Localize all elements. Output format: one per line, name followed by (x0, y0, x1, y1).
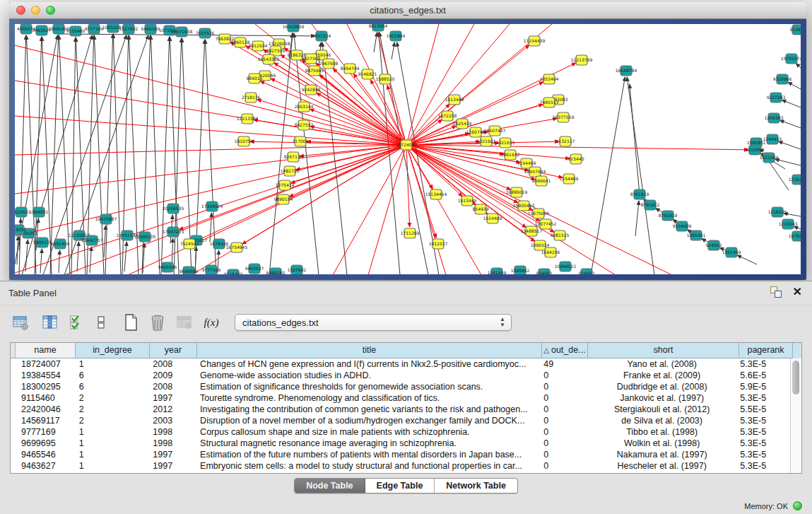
graph-node[interactable]: 8791912 (641, 200, 660, 210)
network-table-select[interactable]: citations_edges.txt ▲▼ (235, 314, 512, 331)
graph-edge[interactable] (775, 159, 801, 165)
graph-node[interactable]: 15488517 (521, 226, 543, 236)
graph-edge[interactable] (104, 226, 106, 257)
table-cell[interactable]: 9115460 (16, 392, 76, 404)
table-cell[interactable]: 22420046 (16, 404, 76, 415)
graph-svg[interactable]: 4405574946362720691406911546097771691065… (15, 24, 801, 274)
table-cell[interactable]: 0 (541, 426, 587, 438)
column-header-title[interactable]: title (197, 343, 542, 358)
graph-node[interactable]: 9081515 (551, 230, 570, 240)
graph-edge[interactable] (291, 145, 406, 183)
table-cell[interactable]: 1998 (150, 438, 197, 449)
table-cell[interactable]: Estimation of the future numbers of pati… (197, 449, 541, 460)
graph-node[interactable]: 1513449 (445, 95, 464, 105)
network-canvas[interactable]: 4405574946362720691406911546097771691065… (15, 24, 801, 274)
table-cell[interactable]: Investigating the contribution of common… (197, 404, 541, 415)
table-cell[interactable]: Dudbridge et al. (2008) (587, 381, 737, 392)
table-cell[interactable]: 18724007 (16, 358, 76, 370)
graph-node[interactable]: 1525439 (453, 119, 472, 129)
graph-node[interactable]: 8099641 (532, 176, 551, 186)
graph-node[interactable]: 989015 (247, 74, 263, 83)
graph-node[interactable]: 8813054 (369, 24, 388, 31)
delete-column-button[interactable] (147, 312, 168, 333)
table-cell[interactable]: Stergiakouli et al. (2012) (587, 404, 737, 415)
table-cell[interactable]: 14569117 (16, 415, 76, 426)
zoom-window-button[interactable] (46, 6, 55, 15)
graph-node[interactable]: 1588520 (376, 74, 395, 84)
table-cell[interactable]: 5.3E-5 (737, 426, 791, 438)
graph-node[interactable]: 15751074 (781, 54, 801, 64)
graph-node[interactable]: 15805493 (513, 201, 535, 211)
table-row[interactable]: 1938455462009Genome-wide association stu… (11, 370, 791, 381)
column-header-short[interactable]: short (588, 343, 739, 358)
graph-node[interactable]: 1921854 (387, 31, 406, 41)
table-row[interactable]: 1456911722003Disruption of a novel membe… (11, 415, 791, 426)
table-cell[interactable]: 0 (541, 415, 587, 426)
table-cell[interactable]: Disruption of a novel member of a sodium… (197, 415, 541, 426)
graph-node[interactable]: 1210643 (779, 219, 798, 229)
graph-node[interactable]: 7857224 (312, 31, 331, 41)
column-header-in-degree[interactable]: in_degree (76, 343, 150, 358)
graph-node[interactable]: 7485513 (540, 98, 559, 107)
graph-edge[interactable] (627, 77, 654, 274)
close-window-button[interactable] (16, 6, 25, 15)
table-cell[interactable]: 1 (76, 426, 151, 438)
graph-node[interactable]: 1694256 (541, 247, 560, 257)
graph-node[interactable]: 1527602 (119, 24, 139, 34)
graph-edge[interactable] (161, 37, 170, 274)
graph-node[interactable]: 1513445 (458, 196, 477, 206)
table-cell[interactable]: 5.3E-5 (737, 358, 791, 370)
table-cell[interactable]: Structural magnetic resonance image aver… (197, 438, 541, 449)
table-cell[interactable]: 5.9E-5 (737, 381, 791, 392)
graph-edge[interactable] (124, 242, 126, 271)
table-cell[interactable]: Wolkin et al. (1998) (587, 438, 737, 449)
graph-node[interactable]: 915922 (790, 25, 801, 35)
table-cell[interactable]: 1997 (150, 460, 197, 472)
graph-node[interactable]: 1216035 (768, 207, 787, 217)
graph-node[interactable]: 8427552 (295, 120, 314, 130)
graph-edge[interactable] (77, 242, 78, 271)
graph-node[interactable]: 9115460 (224, 269, 243, 274)
graph-node[interactable]: 11675095 (528, 209, 550, 218)
graph-node[interactable]: 9051459 (51, 239, 70, 249)
graph-node[interactable]: 15134454 (425, 189, 447, 199)
column-header-name[interactable]: name (16, 343, 76, 358)
table-cell[interactable]: 5.3E-5 (737, 392, 791, 404)
float-panel-icon[interactable] (770, 286, 782, 298)
graph-edge[interactable] (257, 100, 406, 145)
graph-node[interactable]: 1812017 (429, 239, 448, 249)
graph-node[interactable]: 8454749 (341, 64, 360, 74)
graph-node[interactable]: 317006 (293, 136, 309, 146)
table-cell[interactable]: 5.5E-5 (737, 404, 791, 415)
graph-edge[interactable] (635, 201, 639, 236)
graph-node[interactable]: 9146821 (358, 69, 377, 79)
graph-edge[interactable] (319, 75, 406, 145)
graph-edge[interactable] (630, 84, 640, 194)
table-cell[interactable]: 2008 (150, 358, 197, 370)
table-cell[interactable]: Tibbo et al. (1998) (587, 426, 737, 438)
graph-node[interactable]: 18957984 (524, 167, 546, 177)
graph-edge[interactable] (271, 78, 406, 145)
graph-node[interactable]: 8860128 (231, 37, 250, 47)
graph-edge[interactable] (59, 250, 60, 273)
graph-node[interactable]: 924502 (579, 269, 595, 274)
unselect-all-button[interactable] (90, 312, 112, 333)
graph-edge[interactable] (406, 145, 410, 227)
graph-node[interactable]: 12077452 (535, 219, 557, 229)
table-cell[interactable]: Yano et al. (2008) (587, 358, 737, 370)
table-row[interactable]: 1872400712008Changes of HCN gene express… (11, 358, 791, 370)
table-cell[interactable]: 6 (76, 381, 151, 392)
graph-edge[interactable] (59, 35, 70, 274)
table-cell[interactable]: 0 (541, 449, 587, 460)
graph-edge[interactable] (195, 145, 406, 241)
graph-node[interactable]: 1132117 (556, 136, 575, 146)
graph-node[interactable]: 8761819 (659, 211, 678, 221)
graph-node[interactable]: 2620651 (15, 207, 31, 217)
tab-network-table[interactable]: Network Table (435, 479, 517, 493)
graph-node[interactable]: 9154409 (673, 221, 692, 231)
table-cell[interactable]: 0 (541, 404, 587, 415)
graph-node[interactable]: 1099452 (511, 266, 530, 274)
column-header-year[interactable]: year (150, 343, 197, 358)
graph-node[interactable]: 1572258 (438, 111, 457, 121)
graph-edge[interactable] (737, 255, 757, 264)
